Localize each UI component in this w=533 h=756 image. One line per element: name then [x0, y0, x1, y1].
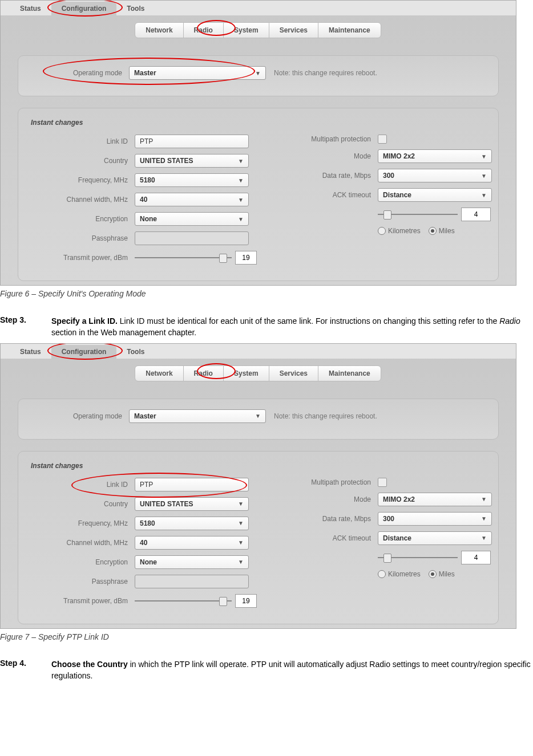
frequency-value: 5180 [140, 519, 155, 527]
data-rate-label: Data rate, Mbps [280, 515, 378, 523]
subtab-maintenance[interactable]: Maintenance [318, 22, 381, 38]
mode-select[interactable]: MIMO 2x2▼ [378, 149, 492, 163]
multipath-checkbox[interactable] [378, 478, 387, 487]
mode-label: Mode [280, 495, 378, 503]
tab-tools[interactable]: Tools [116, 345, 155, 359]
ack-timeout-select[interactable]: Distance▼ [378, 531, 492, 545]
caret-down-icon: ▼ [238, 520, 244, 526]
tx-power-label: Transmit power, dBm [37, 254, 135, 262]
figure7-screenshot: Status Configuration Tools Network Radio… [0, 343, 516, 629]
country-label: Country [37, 157, 135, 165]
data-rate-select[interactable]: 300▼ [378, 512, 492, 526]
channel-width-label: Channel width, MHz [37, 196, 135, 204]
mode-label: Mode [280, 152, 378, 160]
reboot-note: Note: this change requires reboot. [274, 69, 377, 77]
caret-down-icon: ▼ [238, 559, 244, 565]
panel-instant-changes: Instant changes Link ID PTP Country UNIT… [18, 451, 499, 624]
frequency-label: Frequency, MHz [37, 519, 135, 527]
caret-down-icon: ▼ [238, 177, 244, 184]
data-rate-value: 300 [383, 515, 394, 523]
subtab-network[interactable]: Network [135, 365, 183, 381]
multipath-label: Multipath protection [280, 135, 378, 143]
sub-tabs: Network Radio System Services Maintenanc… [1, 359, 516, 381]
radio-miles[interactable] [429, 570, 437, 578]
caret-down-icon: ▼ [238, 216, 244, 222]
caret-down-icon: ▼ [481, 496, 487, 502]
mode-select[interactable]: MIMO 2x2▼ [378, 493, 492, 506]
tx-power-slider[interactable] [135, 252, 232, 263]
tx-power-value[interactable]: 19 [235, 594, 257, 608]
caret-down-icon: ▼ [255, 413, 261, 419]
sub-tabs: Network Radio System Services Maintenanc… [1, 15, 516, 38]
distance-slider[interactable] [378, 209, 458, 220]
step3-text2: section in the Web management chapter. [51, 328, 196, 337]
link-id-label: Link ID [37, 137, 135, 145]
tab-tools[interactable]: Tools [116, 2, 155, 15]
subtab-services[interactable]: Services [269, 22, 318, 38]
subtab-system[interactable]: System [223, 365, 269, 381]
caret-down-icon: ▼ [481, 192, 487, 198]
caret-down-icon: ▼ [238, 501, 244, 507]
operating-mode-select[interactable]: Master ▼ [129, 409, 266, 423]
step3-body: Specify a Link ID. Link ID must be ident… [51, 315, 533, 339]
subtab-system[interactable]: System [223, 22, 269, 38]
radio-kilometres[interactable] [378, 227, 386, 235]
subtab-radio[interactable]: Radio [183, 22, 224, 38]
distance-value[interactable]: 4 [461, 208, 491, 221]
frequency-select[interactable]: 5180▼ [135, 173, 249, 187]
tab-configuration[interactable]: Configuration [51, 345, 117, 359]
radio-kilometres[interactable] [378, 570, 386, 578]
passphrase-input[interactable] [135, 575, 249, 588]
slider-thumb[interactable] [219, 597, 227, 606]
subtab-radio[interactable]: Radio [183, 365, 224, 381]
tab-status[interactable]: Status [10, 2, 51, 15]
passphrase-label: Passphrase [37, 578, 135, 586]
reboot-note: Note: this change requires reboot. [274, 412, 377, 420]
ack-timeout-label: ACK timeout [280, 191, 378, 199]
operating-mode-value: Master [134, 412, 156, 420]
passphrase-input[interactable] [135, 231, 249, 245]
step3-label: Step 3. [0, 315, 51, 339]
subtab-network[interactable]: Network [135, 22, 183, 38]
tab-configuration[interactable]: Configuration [51, 2, 117, 15]
ack-timeout-select[interactable]: Distance▼ [378, 188, 492, 202]
link-id-value: PTP [140, 481, 153, 489]
subtab-maintenance[interactable]: Maintenance [318, 365, 381, 381]
distance-value[interactable]: 4 [461, 551, 491, 564]
slider-thumb[interactable] [383, 554, 391, 563]
step4: Step 4. Choose the Country in which the … [0, 659, 533, 682]
data-rate-label: Data rate, Mbps [280, 172, 378, 180]
channel-width-select[interactable]: 40▼ [135, 193, 249, 206]
distance-slider[interactable] [378, 552, 458, 563]
radio-miles[interactable] [429, 227, 437, 235]
caret-down-icon: ▼ [255, 70, 261, 76]
multipath-checkbox[interactable] [378, 135, 387, 144]
operating-mode-label: Operating mode [31, 69, 129, 77]
slider-thumb[interactable] [219, 254, 227, 263]
encryption-label: Encryption [37, 215, 135, 223]
subtab-services[interactable]: Services [269, 365, 318, 381]
multipath-label: Multipath protection [280, 478, 378, 486]
link-id-label: Link ID [37, 481, 135, 489]
link-id-input[interactable]: PTP [135, 478, 249, 491]
country-value: UNITED STATES [140, 157, 193, 165]
ack-timeout-label: ACK timeout [280, 534, 378, 542]
country-select[interactable]: UNITED STATES▼ [135, 154, 249, 168]
encryption-label: Encryption [37, 558, 135, 566]
tx-power-value[interactable]: 19 [235, 251, 257, 265]
encryption-select[interactable]: None▼ [135, 555, 249, 569]
slider-thumb[interactable] [383, 210, 391, 220]
channel-width-select[interactable]: 40▼ [135, 536, 249, 550]
tx-power-slider[interactable] [135, 595, 232, 607]
frequency-select[interactable]: 5180▼ [135, 517, 249, 530]
tab-status[interactable]: Status [10, 345, 51, 359]
step4-body: Choose the Country in which the PTP link… [51, 659, 533, 682]
encryption-value: None [140, 558, 157, 566]
data-rate-select[interactable]: 300▼ [378, 169, 492, 182]
top-tabs: Status Configuration Tools [1, 1, 516, 15]
operating-mode-select[interactable]: Master ▼ [129, 66, 266, 80]
country-select[interactable]: UNITED STATES▼ [135, 497, 249, 511]
encryption-select[interactable]: None▼ [135, 212, 249, 226]
link-id-input[interactable]: PTP [135, 135, 249, 148]
mode-value: MIMO 2x2 [383, 495, 415, 503]
